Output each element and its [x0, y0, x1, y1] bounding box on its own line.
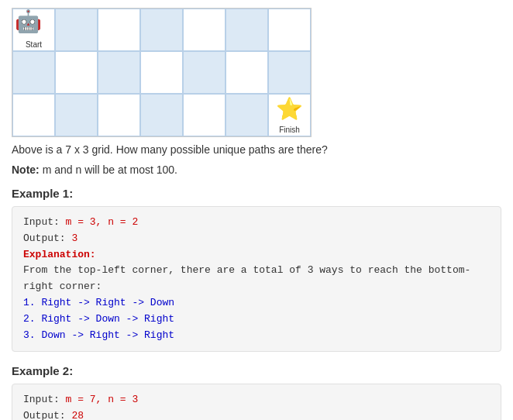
code-highlight: 28	[71, 410, 84, 420]
grid-cell	[226, 9, 268, 51]
grid-cell	[55, 9, 98, 51]
grid-cell: ⭐Finish	[268, 94, 311, 136]
grid-description: Above is a 7 x 3 grid. How many possible…	[12, 143, 501, 156]
direction-text: 1. Right -> Right -> Down	[23, 297, 174, 308]
note: Note: m and n will be at most 100.	[12, 164, 501, 176]
code-label: From the top-left corner, there are a to…	[23, 264, 470, 292]
grid-cell	[140, 9, 183, 51]
grid-cell: 🤖Start	[12, 9, 55, 51]
code-label: Output:	[23, 232, 71, 244]
code-label: Output:	[23, 410, 71, 420]
note-prefix: Note:	[12, 164, 43, 176]
code-line: Input: m = 3, n = 2	[23, 215, 490, 231]
start-label: Start	[26, 40, 42, 49]
examples-container: Example 1:Input: m = 3, n = 2Output: 3Ex…	[12, 187, 501, 420]
robot-icon: 🤖	[15, 11, 42, 33]
code-highlight: 3	[71, 232, 77, 244]
code-line: 1. Right -> Right -> Down	[23, 295, 490, 312]
code-line: Output: 3	[23, 231, 490, 247]
grid-cell	[268, 9, 311, 51]
grid-cell	[183, 9, 226, 51]
grid-container: 🤖Start⭐Finish	[12, 8, 501, 137]
code-highlight: m = 3, n = 2	[66, 216, 139, 228]
example-heading-1: Example 1:	[12, 187, 501, 200]
code-line: Input: m = 7, n = 3	[23, 392, 490, 408]
grid-cell	[140, 94, 183, 136]
example-heading-2: Example 2:	[12, 364, 501, 377]
code-line: 3. Down -> Right -> Right	[23, 328, 490, 344]
star-icon: ⭐	[276, 98, 303, 120]
code-line: From the top-left corner, there are a to…	[23, 263, 490, 295]
code-line: Explanation:	[23, 247, 490, 263]
code-label: Input:	[23, 216, 66, 228]
grid-cell	[226, 94, 268, 136]
code-label: Input:	[23, 394, 66, 405]
grid-cell	[55, 51, 98, 94]
grid-cell	[12, 51, 55, 94]
grid-cell	[55, 94, 98, 136]
checkerboard: 🤖Start⭐Finish	[12, 8, 312, 137]
code-block-2: Input: m = 7, n = 3Output: 28	[12, 384, 501, 420]
note-text: m and n will be at most 100.	[43, 164, 177, 176]
grid-cell	[183, 51, 226, 94]
direction-text: 2. Right -> Down -> Right	[23, 313, 174, 325]
finish-label: Finish	[279, 126, 300, 134]
explanation-label: Explanation:	[23, 249, 96, 260]
code-line: 2. Right -> Down -> Right	[23, 312, 490, 328]
grid-cell	[268, 51, 311, 94]
grid-cell	[140, 51, 183, 94]
code-block-1: Input: m = 3, n = 2Output: 3Explanation:…	[12, 206, 501, 352]
grid-cell	[98, 51, 140, 94]
grid-cell	[183, 94, 226, 136]
grid-cell	[12, 94, 55, 136]
direction-text: 3. Down -> Right -> Right	[23, 329, 174, 341]
code-line: Output: 28	[23, 408, 490, 420]
grid-cell	[98, 94, 140, 136]
grid-cell	[226, 51, 268, 94]
code-highlight: m = 7, n = 3	[66, 394, 139, 405]
grid-cell	[98, 9, 140, 51]
